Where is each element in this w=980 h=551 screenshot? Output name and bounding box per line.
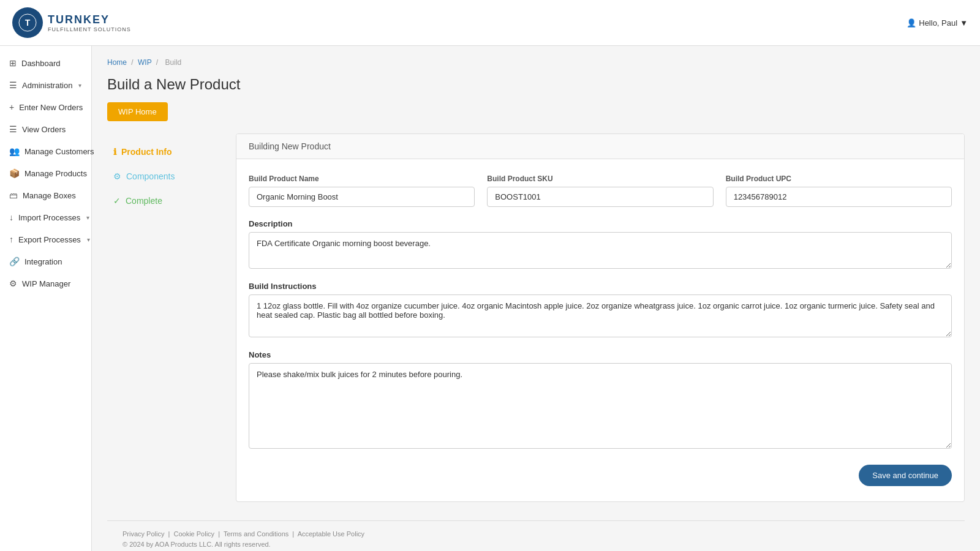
step-components-label: Components [126, 171, 175, 181]
name-label: Build Product Name [249, 174, 475, 183]
sidebar-item-wip-manager[interactable]: ⚙ WIP Manager [0, 272, 91, 294]
logo-text: TURNKEY FULFILLMENT SOLUTIONS [48, 13, 131, 32]
step-components[interactable]: ⚙ Components [107, 164, 224, 189]
form-actions: Save and continue [249, 462, 952, 486]
sidebar-item-export-processes[interactable]: ↑ Export Processes ▾ [0, 228, 91, 250]
footer-privacy[interactable]: Privacy Policy [123, 530, 164, 538]
logo-icon: T [12, 7, 43, 38]
user-arrow: ▼ [960, 18, 968, 28]
step-product-info[interactable]: ℹ Product Info [107, 140, 224, 164]
instructions-textarea[interactable] [249, 294, 952, 337]
form-panel-body: Build Product Name Build Product SKU Bui… [236, 159, 964, 501]
info-icon: ℹ [113, 147, 116, 157]
main-content: Home / WIP / Build Build a New Product W… [92, 46, 980, 551]
breadcrumb-wip[interactable]: WIP [138, 58, 151, 67]
field-group-name: Build Product Name [249, 174, 475, 207]
sidebar-item-manage-customers[interactable]: 👥 Manage Customers [0, 140, 91, 162]
sidebar-label-integration: Integration [24, 257, 62, 266]
notes-textarea[interactable] [249, 363, 952, 449]
sidebar-item-integration[interactable]: 🔗 Integration [0, 250, 91, 272]
form-panel-header: Building New Product [236, 134, 964, 159]
breadcrumb-sep-1: / [131, 58, 133, 67]
sidebar-label-enter-orders: Enter New Orders [19, 103, 83, 112]
breadcrumb-home[interactable]: Home [107, 58, 127, 67]
page-title: Build a New Product [107, 76, 965, 93]
form-panel: Building New Product Build Product Name … [236, 133, 965, 502]
sidebar-item-manage-boxes[interactable]: 🗃 Manage Boxes [0, 184, 91, 206]
logo-title: TURNKEY [48, 13, 131, 26]
sidebar-label-export-processes: Export Processes [18, 235, 81, 244]
footer-aup[interactable]: Acceptable Use Policy [298, 530, 364, 538]
wip-home-button[interactable]: WIP Home [107, 102, 168, 121]
upc-label: Build Product UPC [726, 174, 952, 183]
sidebar-label-view-orders: View Orders [22, 125, 66, 134]
administration-icon: ☰ [9, 80, 17, 90]
sku-label: Build Product SKU [487, 174, 713, 183]
sku-input[interactable] [487, 187, 713, 207]
field-group-sku: Build Product SKU [487, 174, 713, 207]
fields-row: Build Product Name Build Product SKU Bui… [249, 174, 952, 207]
instructions-label: Build Instructions [249, 282, 952, 291]
footer-terms[interactable]: Terms and Conditions [224, 530, 288, 538]
upc-input[interactable] [726, 187, 952, 207]
step-product-info-label: Product Info [121, 147, 172, 157]
sidebar-label-dashboard: Dashboard [21, 59, 61, 68]
user-menu[interactable]: 👤 Hello, Paul ▼ [907, 18, 968, 28]
steps-panel: ℹ Product Info ⚙ Components ✓ Complete [107, 133, 224, 219]
footer-copyright: © 2024 by AOA Products LLC. All rights r… [123, 541, 949, 548]
customers-icon: 👥 [9, 146, 20, 156]
chevron-down-icon-export: ▾ [87, 236, 90, 243]
dashboard-icon: ⊞ [9, 58, 17, 68]
integration-icon: 🔗 [9, 257, 20, 266]
sidebar-label-administration: Administration [22, 81, 72, 90]
sidebar-label-manage-products: Manage Products [24, 169, 87, 178]
user-label: Hello, Paul [919, 18, 957, 28]
sidebar-item-administration[interactable]: ☰ Administration ▾ [0, 74, 91, 96]
svg-text:T: T [25, 18, 31, 28]
breadcrumb: Home / WIP / Build [107, 58, 965, 67]
sidebar-item-manage-products[interactable]: 📦 Manage Products [0, 162, 91, 184]
products-icon: 📦 [9, 168, 20, 178]
footer-links: Privacy Policy | Cookie Policy | Terms a… [123, 530, 949, 538]
step-complete-label: Complete [126, 196, 162, 206]
list-icon: ☰ [9, 124, 17, 134]
topbar: T TURNKEY FULFILLMENT SOLUTIONS 👤 Hello,… [0, 0, 980, 46]
sidebar-item-view-orders[interactable]: ☰ View Orders [0, 118, 91, 140]
layout: ⊞ Dashboard ☰ Administration ▾ + Enter N… [0, 46, 980, 551]
wip-icon: ⚙ [9, 279, 17, 288]
import-icon: ↓ [9, 212, 13, 222]
breadcrumb-sep-2: / [156, 58, 158, 67]
footer: Privacy Policy | Cookie Policy | Terms a… [107, 520, 965, 551]
user-icon: 👤 [907, 18, 916, 28]
sidebar-label-manage-boxes: Manage Boxes [23, 191, 76, 200]
name-input[interactable] [249, 187, 475, 207]
sidebar-item-import-processes[interactable]: ↓ Import Processes ▾ [0, 206, 91, 228]
add-icon: + [9, 102, 14, 112]
footer-cookie[interactable]: Cookie Policy [173, 530, 214, 538]
field-group-upc: Build Product UPC [726, 174, 952, 207]
logo-subtitle: FULFILLMENT SOLUTIONS [48, 26, 131, 32]
boxes-icon: 🗃 [9, 190, 18, 200]
chevron-down-icon: ▾ [78, 82, 81, 89]
gear-icon: ⚙ [113, 171, 121, 181]
description-label: Description [249, 219, 952, 228]
chevron-down-icon-import: ▾ [86, 214, 89, 221]
sidebar-item-enter-orders[interactable]: + Enter New Orders [0, 96, 91, 118]
step-complete[interactable]: ✓ Complete [107, 189, 224, 213]
sidebar-item-dashboard[interactable]: ⊞ Dashboard [0, 52, 91, 74]
export-icon: ↑ [9, 234, 13, 244]
logo: T TURNKEY FULFILLMENT SOLUTIONS [12, 7, 131, 38]
sidebar-label-manage-customers: Manage Customers [24, 147, 94, 156]
content-wrapper: ℹ Product Info ⚙ Components ✓ Complete B… [107, 133, 965, 502]
sidebar-label-wip-manager: WIP Manager [22, 279, 70, 288]
notes-label: Notes [249, 350, 952, 359]
sidebar-label-import-processes: Import Processes [18, 213, 80, 222]
breadcrumb-current: Build [165, 58, 182, 67]
check-icon: ✓ [113, 196, 121, 206]
description-textarea[interactable] [249, 232, 952, 269]
sidebar: ⊞ Dashboard ☰ Administration ▾ + Enter N… [0, 46, 92, 551]
save-continue-button[interactable]: Save and continue [859, 465, 952, 486]
